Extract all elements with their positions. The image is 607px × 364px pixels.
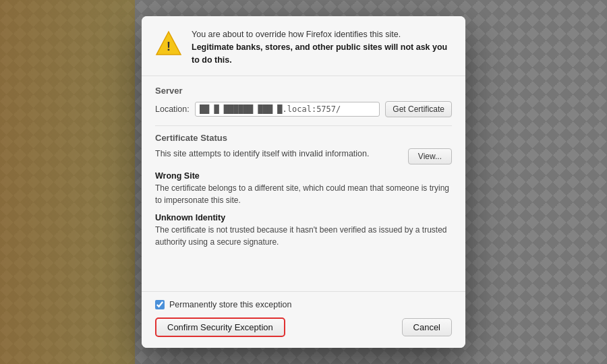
dialog-footer: Permanently store this exception Confirm… xyxy=(142,291,465,348)
dialog-spacer xyxy=(155,255,452,282)
wrong-site-desc: The certificate belongs to a different s… xyxy=(155,183,452,206)
server-section: Server Location: Get Certificate xyxy=(155,86,452,117)
divider-1 xyxy=(155,125,452,126)
wrong-site-title: Wrong Site xyxy=(155,171,452,181)
dialog-body: Server Location: Get Certificate Certifi… xyxy=(142,76,465,291)
cert-status-description: This site attempts to identify itself wi… xyxy=(155,148,401,160)
location-input[interactable] xyxy=(195,102,380,117)
location-row: Location: Get Certificate xyxy=(155,101,452,117)
cert-status-label: Certificate Status xyxy=(155,133,452,143)
cancel-button[interactable]: Cancel xyxy=(402,318,452,336)
unknown-identity-title: Unknown Identity xyxy=(155,213,452,222)
server-section-label: Server xyxy=(155,86,452,96)
warning-line1: You are about to override how Firefox id… xyxy=(192,30,401,39)
button-row: Confirm Security Exception Cancel xyxy=(155,317,452,337)
security-exception-dialog: ! You are about to override how Firefox … xyxy=(142,16,465,348)
get-certificate-button[interactable]: Get Certificate xyxy=(385,101,452,117)
cert-status-section: Certificate Status This site attempts to… xyxy=(155,133,452,248)
confirm-security-exception-button[interactable]: Confirm Security Exception xyxy=(155,317,285,337)
warning-icon: ! xyxy=(155,30,182,57)
problem-wrong-site: Wrong Site The certificate belongs to a … xyxy=(155,171,452,206)
svg-text:!: ! xyxy=(167,40,171,53)
cert-status-header: This site attempts to identify itself wi… xyxy=(155,148,452,164)
warning-text: You are about to override how Firefox id… xyxy=(192,28,452,66)
unknown-identity-desc: The certificate is not trusted because i… xyxy=(155,224,452,248)
permanently-store-row: Permanently store this exception xyxy=(155,300,452,309)
permanently-store-label: Permanently store this exception xyxy=(169,300,291,309)
dialog-overlay: ! You are about to override how Firefox … xyxy=(0,0,607,364)
location-label: Location: xyxy=(155,104,190,114)
warning-line2: Legitimate banks, stores, and other publ… xyxy=(192,42,447,65)
dialog-header: ! You are about to override how Firefox … xyxy=(142,16,465,76)
problem-section: Wrong Site The certificate belongs to a … xyxy=(155,171,452,248)
view-certificate-button[interactable]: View... xyxy=(408,148,452,164)
problem-unknown-identity: Unknown Identity The certificate is not … xyxy=(155,213,452,248)
permanently-store-checkbox[interactable] xyxy=(155,300,165,309)
